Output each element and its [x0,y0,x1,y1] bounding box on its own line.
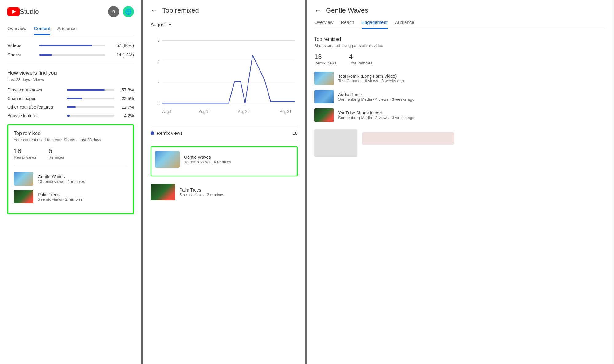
right-tabs: Overview Reach Engagement Audience [314,20,605,29]
remixes-stat: 6 Remixes [49,147,64,160]
palm-trees-title: Palm Trees [38,192,83,197]
month-selector[interactable]: August ▼ [151,22,298,28]
find-bar-3 [67,115,114,117]
middle-palm-item: Palm Trees 5 remix views · 2 remixes [151,184,298,200]
remix-item-0[interactable]: Test Remix (Long-Form Video) Test Channe… [314,72,605,85]
remix-views-num: 18 [14,147,36,155]
find-bar-fill-1 [67,98,82,99]
right-tab-engagement[interactable]: Engagement [362,20,388,29]
notification-badge[interactable]: 0 [108,6,119,17]
thumb-palm-trees [14,190,33,203]
month-label: August [151,22,166,28]
remix-views-value: 18 [292,130,298,136]
middle-gentle-title: Gentle Waves [184,155,231,160]
how-viewers-section: How viewers find you Last 28 days · View… [7,70,134,118]
shorts-metric-row: Shorts 14 (19%) [7,52,134,57]
right-remix-views-num: 13 [314,53,337,61]
shorts-bar [39,54,52,56]
divider-1 [7,64,134,64]
svg-text:4: 4 [158,59,160,64]
tab-content[interactable]: Content [34,26,50,35]
chevron-down-icon[interactable]: ▼ [168,23,172,27]
gentle-waves-meta: 13 remix views · 4 remixes [38,179,85,184]
right-stats-row: 13 Remix views 4 Total remixes [314,53,605,65]
remix-meta-0: Test Channel · 6 views · 3 weeks ago [338,79,404,83]
find-row-1: Channel pages 22.5% [7,96,134,101]
chart-area: 6 4 2 0 Aug 1 Aug 11 Aug 21 Aug 31 [151,34,298,120]
logo-area: Studio 0 🌐 [7,6,134,17]
placeholder-section [314,129,605,157]
find-val-2: 12.7% [119,105,134,110]
youtube-logo [7,7,20,16]
how-viewers-sub: Last 28 days · Views [7,77,134,82]
placeholder-box-2 [362,132,454,145]
divider-2 [14,166,127,166]
remix-views-stat: 18 Remix views [14,147,36,160]
remix-views-lbl: Remix views [14,155,36,160]
palm-trees-info: Palm Trees 5 remix views · 2 remixes [38,192,83,202]
svg-text:Aug 1: Aug 1 [162,110,172,114]
remix-info-0: Test Remix (Long-Form Video) Test Channe… [338,74,404,83]
middle-header: ← Top remixed [151,6,298,15]
middle-title: Top remixed [162,6,199,14]
remix-dot [151,131,154,135]
right-tab-overview[interactable]: Overview [314,20,334,29]
placeholder-box-1 [314,129,357,157]
remix-views-text: Remix views [157,130,182,136]
remix-stats-row: 18 Remix views 6 Remixes [14,147,127,160]
middle-gentle-waves-row: Gentle Waves 13 remix views · 4 remixes [155,151,293,168]
right-total-remixes-num: 4 [349,53,373,61]
middle-palm-meta: 5 remix views · 2 remixes [179,192,224,197]
find-val-1: 22.5% [119,96,134,101]
remix-title-1: Audio Remix [338,92,414,97]
find-label-0: Direct or unknown [7,87,63,92]
remix-item-1[interactable]: Audio Remix Sonnenberg Media · 4 views ·… [314,90,605,103]
studio-label: Studio [20,8,39,16]
svg-text:Aug 21: Aug 21 [238,110,249,114]
find-bar-fill-3 [67,115,70,117]
find-val-0: 57.8% [119,87,134,92]
list-item-gentle[interactable]: Gentle Waves 13 remix views · 4 remixes [14,172,127,186]
right-tab-reach[interactable]: Reach [341,20,354,29]
middle-gentle-meta: 13 remix views · 4 remixes [184,160,231,164]
find-row-2: Other YouTube features 12.7% [7,105,134,110]
svg-text:6: 6 [158,38,160,43]
middle-gentle-info: Gentle Waves 13 remix views · 4 remixes [184,155,231,164]
remix-thumb-test [314,72,334,85]
chart-line [162,55,295,103]
videos-bar-container [39,45,105,46]
how-viewers-title: How viewers find you [7,70,134,76]
shorts-bar-container [39,54,105,56]
tab-overview[interactable]: Overview [7,26,27,35]
right-remix-views-lbl: Remix views [314,61,337,65]
middle-palm-title: Palm Trees [179,188,224,192]
right-tab-audience[interactable]: Audience [395,20,414,29]
remix-title-0: Test Remix (Long-Form Video) [338,74,404,79]
middle-panel: ← Top remixed August ▼ 6 4 2 0 Aug 1 Aug… [143,0,307,364]
shorts-label: Shorts [7,52,35,57]
find-bar-2 [67,106,114,108]
find-row-3: Browse features 4.2% [7,113,134,118]
middle-back-button[interactable]: ← [151,6,158,15]
remix-views-label-area: Remix views [151,130,182,136]
gentle-waves-info: Gentle Waves 13 remix views · 4 remixes [38,174,85,184]
videos-value: 57 (80%) [109,43,134,48]
svg-text:Aug 31: Aug 31 [280,110,291,114]
right-title: Gentle Waves [326,6,368,14]
remix-thumb-audio [314,90,334,103]
remix-info-2: YouTube Shorts Import Sonnenberg Media ·… [338,110,414,120]
gentle-waves-item-highlighted[interactable]: Gentle Waves 13 remix views · 4 remixes [151,146,298,176]
content-tabs: Overview Content Audience [7,26,134,35]
right-total-remixes-lbl: Total remixes [349,61,373,65]
find-bar-fill-2 [67,106,76,108]
svg-text:Aug 11: Aug 11 [199,110,210,114]
right-back-button[interactable]: ← [314,6,322,15]
tab-audience[interactable]: Audience [57,26,77,35]
right-top-remixed-title: Top remixed [314,37,605,42]
svg-text:0: 0 [158,101,160,106]
svg-text:2: 2 [158,80,160,84]
remix-item-2[interactable]: YouTube Shorts Import Sonnenberg Media ·… [314,108,605,122]
middle-palm-row[interactable]: Palm Trees 5 remix views · 2 remixes [151,180,298,208]
globe-icon[interactable]: 🌐 [123,6,134,17]
list-item-palm[interactable]: Palm Trees 5 remix views · 2 remixes [14,190,127,203]
